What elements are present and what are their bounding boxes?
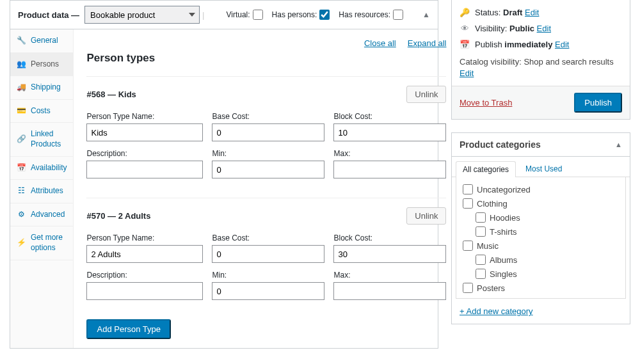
- add-new-category-link[interactable]: + Add new category: [460, 306, 533, 316]
- close-all-link[interactable]: Close all: [364, 38, 396, 48]
- base-cost-input[interactable]: [212, 245, 324, 263]
- tab-get-more-options[interactable]: ⚡Get more options: [10, 226, 73, 260]
- link-icon: 🔗: [17, 134, 26, 145]
- block-cost-input[interactable]: [333, 245, 446, 263]
- edit-status-link[interactable]: Edit: [525, 8, 539, 17]
- tab-shipping[interactable]: 🚚Shipping: [10, 76, 73, 100]
- add-person-type-button[interactable]: Add Person Type: [86, 319, 171, 339]
- description-input[interactable]: [86, 282, 203, 300]
- category-item[interactable]: Uncategorized: [463, 182, 619, 196]
- key-icon: 🔑: [460, 8, 470, 17]
- catalog-visibility-row: Catalog visibility: Shop and search resu…: [460, 52, 622, 81]
- tab-most-used[interactable]: Most Used: [518, 161, 569, 177]
- category-item[interactable]: Hoodies: [463, 210, 619, 225]
- publish-row: 📅 Publish immediately Edit: [460, 36, 622, 52]
- max-input[interactable]: [333, 282, 446, 300]
- tab-linked-products[interactable]: 🔗Linked Products: [10, 123, 73, 156]
- product-categories-box: Product categories ▲ All categories Most…: [451, 132, 630, 324]
- max-input[interactable]: [333, 161, 446, 178]
- person-heading: #568 — Kids: [86, 90, 136, 99]
- tab-availability[interactable]: 📅Availability: [10, 157, 73, 180]
- product-data-title: Product data —: [18, 10, 79, 20]
- category-checkbox[interactable]: [476, 212, 486, 223]
- category-checkbox[interactable]: [463, 241, 473, 251]
- list-icon: ☷: [17, 186, 26, 196]
- gear-icon: ⚙: [17, 210, 26, 220]
- panel-collapse-toggle[interactable]: ▲: [422, 10, 430, 19]
- tab-costs[interactable]: 💳Costs: [10, 100, 73, 123]
- tab-attributes[interactable]: ☷Attributes: [10, 180, 73, 203]
- category-item[interactable]: Albums: [463, 253, 619, 267]
- person-type-name-input[interactable]: [86, 245, 203, 263]
- publish-box: 🔑 Status: Draft Edit 👁 Visibility: Publi…: [451, 0, 630, 120]
- person-type-block: #568 — Kids Unlink Person Type Name: Bas…: [86, 76, 446, 198]
- product-type-select[interactable]: Bookable product: [84, 6, 200, 24]
- tab-persons[interactable]: 👥Persons: [10, 53, 73, 77]
- category-list[interactable]: Uncategorized Clothing Hoodies T-shirts …: [456, 177, 626, 299]
- truck-icon: 🚚: [17, 83, 26, 93]
- tab-general[interactable]: 🔧General: [10, 29, 73, 53]
- virtual-checkbox[interactable]: [253, 10, 263, 20]
- person-type-block: #570 — 2 Adults Unlink Person Type Name:…: [86, 198, 446, 319]
- persons-content: Close all Expand all Person types #568 —…: [74, 29, 459, 348]
- category-checkbox[interactable]: [463, 283, 473, 293]
- base-cost-input[interactable]: [212, 123, 324, 141]
- move-to-trash-link[interactable]: Move to Trash: [460, 98, 512, 107]
- edit-catalog-link[interactable]: Edit: [460, 68, 474, 78]
- card-icon: 💳: [17, 106, 26, 116]
- bolt-icon: ⚡: [17, 238, 26, 248]
- eye-icon: 👁: [460, 24, 470, 33]
- section-title: Person types: [86, 52, 446, 65]
- collapse-icon[interactable]: ▲: [615, 141, 622, 148]
- unlink-button[interactable]: Unlink: [406, 207, 446, 225]
- min-input[interactable]: [212, 282, 324, 300]
- has-persons-check-label[interactable]: Has persons:: [272, 10, 330, 20]
- category-checkbox[interactable]: [476, 269, 486, 279]
- visibility-row: 👁 Visibility: Public Edit: [460, 20, 622, 36]
- categories-title: Product categories ▲: [452, 133, 630, 157]
- expand-all-link[interactable]: Expand all: [408, 38, 447, 48]
- calendar-icon: 📅: [460, 40, 470, 49]
- description-input[interactable]: [86, 161, 203, 178]
- header-checks: Virtual: Has persons: Has resources:: [226, 10, 403, 20]
- block-cost-input[interactable]: [333, 123, 446, 141]
- has-persons-checkbox[interactable]: [319, 10, 330, 20]
- edit-publish-link[interactable]: Edit: [555, 40, 569, 49]
- category-tabs: All categories Most Used: [452, 157, 630, 177]
- unlink-button[interactable]: Unlink: [406, 86, 446, 103]
- product-data-panel: Product data — Bookable product | Virtua…: [10, 0, 438, 349]
- status-row: 🔑 Status: Draft Edit: [460, 4, 622, 20]
- wrench-icon: 🔧: [17, 36, 26, 46]
- person-heading: #570 — 2 Adults: [86, 211, 150, 221]
- category-item[interactable]: Posters: [463, 281, 619, 295]
- category-item[interactable]: Singles: [463, 267, 619, 281]
- publish-button[interactable]: Publish: [574, 93, 622, 113]
- product-data-header: Product data — Bookable product | Virtua…: [10, 1, 438, 29]
- has-resources-checkbox[interactable]: [393, 10, 403, 20]
- person-type-name-input[interactable]: [86, 123, 203, 141]
- category-item[interactable]: Music: [463, 239, 619, 253]
- category-item[interactable]: Clothing: [463, 196, 619, 210]
- category-item[interactable]: T-shirts: [463, 225, 619, 239]
- tab-all-categories[interactable]: All categories: [456, 161, 516, 177]
- calendar-icon: 📅: [17, 163, 26, 173]
- category-checkbox[interactable]: [463, 184, 473, 194]
- category-checkbox[interactable]: [476, 255, 486, 265]
- product-tabs: 🔧General 👥Persons 🚚Shipping 💳Costs 🔗Link…: [10, 29, 74, 348]
- edit-visibility-link[interactable]: Edit: [537, 24, 551, 33]
- category-checkbox[interactable]: [463, 198, 473, 209]
- has-resources-check-label[interactable]: Has resources:: [339, 10, 403, 20]
- category-checkbox[interactable]: [476, 226, 486, 237]
- users-icon: 👥: [17, 59, 26, 70]
- min-input[interactable]: [212, 161, 324, 178]
- tab-advanced[interactable]: ⚙Advanced: [10, 203, 73, 227]
- virtual-check-label[interactable]: Virtual:: [226, 10, 262, 20]
